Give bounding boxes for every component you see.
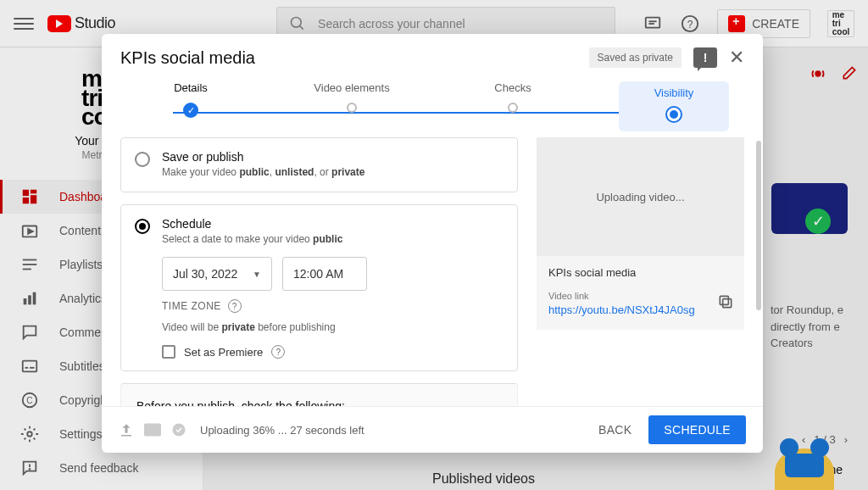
hd-icon: [144, 423, 161, 437]
radio-save-publish[interactable]: [135, 152, 150, 167]
schedule-button[interactable]: SCHEDULE: [648, 415, 746, 444]
step-checks[interactable]: Checks: [458, 81, 568, 131]
dialog-scrollbar[interactable]: [756, 141, 761, 310]
video-link-label: Video link: [548, 291, 732, 301]
step-visibility[interactable]: Visibility: [619, 81, 729, 131]
check-circle-icon: [171, 422, 186, 437]
dialog-title: KPIs social media: [120, 48, 255, 68]
save-publish-option[interactable]: Save or publish Make your video public, …: [120, 137, 518, 192]
schedule-option: Schedule Select a date to make your vide…: [120, 204, 518, 371]
close-icon[interactable]: ✕: [729, 48, 744, 67]
help-icon[interactable]: ?: [228, 299, 242, 313]
upload-dialog: KPIs social media Saved as private ! ✕ D…: [102, 34, 763, 453]
chevron-down-icon: ▼: [253, 270, 261, 279]
date-picker[interactable]: Jul 30, 2022 ▼: [162, 257, 272, 291]
step-details[interactable]: Details ✓: [136, 81, 246, 131]
send-feedback-icon[interactable]: !: [693, 47, 717, 68]
preview-meta: KPIs social media Video link https://you…: [537, 256, 744, 330]
video-preview: Uploading video...: [537, 137, 744, 256]
time-picker[interactable]: 12:00 AM: [282, 257, 367, 291]
premiere-checkbox-row[interactable]: Set as Premiere ?: [162, 345, 504, 359]
video-link[interactable]: https://youtu.be/NSXtJ4JA0sg: [548, 303, 732, 316]
svg-rect-30: [144, 424, 161, 437]
step-video-elements[interactable]: Video elements: [297, 81, 407, 131]
before-publish-card: Before you publish, check the following:: [120, 383, 518, 406]
timezone-row[interactable]: TIME ZONE ?: [162, 299, 504, 313]
stepper: Details ✓ Video elements Checks Visibili…: [136, 81, 729, 132]
upload-icon: [119, 422, 134, 437]
svg-rect-29: [720, 296, 728, 304]
saved-badge: Saved as private: [589, 47, 682, 68]
help-icon[interactable]: ?: [271, 345, 285, 359]
radio-schedule[interactable]: [135, 219, 150, 234]
preview-title: KPIs social media: [548, 266, 732, 279]
schedule-desc: Select a date to make your video public: [162, 233, 342, 245]
svg-point-31: [173, 424, 186, 437]
schedule-hint: Video will be private before publishing: [162, 321, 504, 333]
svg-rect-28: [723, 299, 732, 308]
premiere-checkbox[interactable]: [162, 345, 175, 359]
back-button[interactable]: BACK: [598, 423, 632, 437]
copy-icon[interactable]: [717, 293, 734, 310]
dialog-header: KPIs social media Saved as private ! ✕: [102, 34, 763, 81]
dialog-footer: Uploading 36% ... 27 seconds left BACK S…: [102, 406, 763, 453]
save-publish-desc: Make your video public, unlisted, or pri…: [162, 166, 364, 178]
upload-status-text: Uploading 36% ... 27 seconds left: [200, 424, 364, 437]
